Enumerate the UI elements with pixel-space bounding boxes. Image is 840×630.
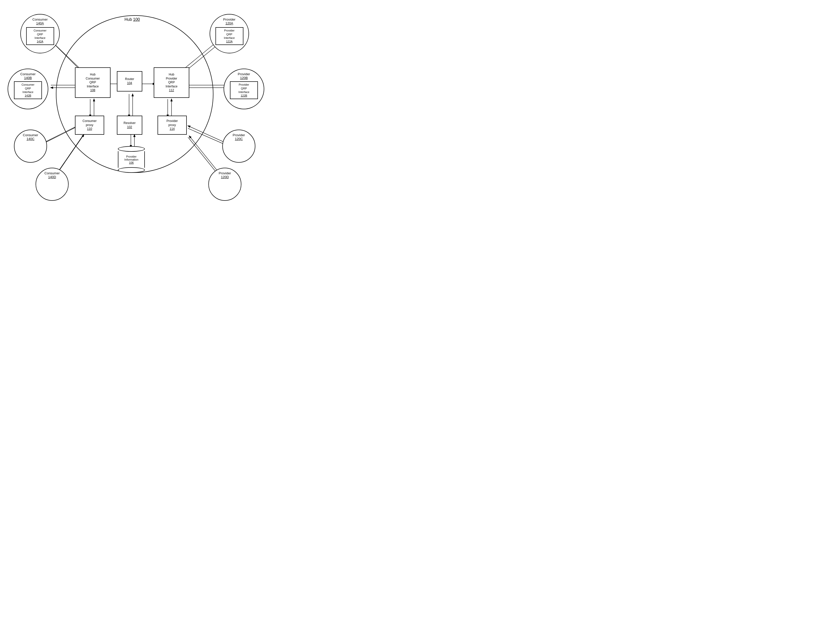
provider-120b-circle: Provider 120B Provider QRP Interface 122… <box>224 69 264 109</box>
router-box: Router 104 <box>117 71 142 92</box>
consumer-proxy-box: Consumer proxy 110 <box>75 115 104 135</box>
hub-label: Hub 100 <box>125 17 140 22</box>
hub-provider-qrp-box: Hub Provider QRP Interface 112 <box>154 67 189 98</box>
provider-info-cylinder: Provider Information 106 <box>117 146 145 173</box>
resolver-box: Resolver 102 <box>117 115 142 135</box>
hub-consumer-qrp-box: Hub Consumer QRP Interface 108 <box>75 67 111 98</box>
provider-120d-circle: Provider 120D <box>208 168 242 201</box>
provider-proxy-box: Provider proxy 114 <box>158 115 187 135</box>
provider-qrp-122a-box: Provider QRP Interface 122A <box>215 27 243 45</box>
provider-120c-circle: Provider 120C <box>222 129 255 163</box>
consumer-140b-circle: Consumer 140B Consumer QRP Interface 142… <box>8 69 48 109</box>
diagram: Hub 100 <box>0 0 279 210</box>
consumer-140d-circle: Consumer 140D <box>36 168 69 201</box>
provider-qrp-122b-box: Provider QRP Interface 122B <box>230 81 258 99</box>
consumer-140a-circle: Consumer 140A Consumer QRP Interface 142… <box>21 14 60 54</box>
consumer-qrp-142b-box: Consumer QRP Interface 142B <box>14 81 42 99</box>
provider-120a-circle: Provider 120A Provider QRP Interface 122… <box>210 14 249 54</box>
consumer-140c-circle: Consumer 140C <box>14 129 47 163</box>
consumer-qrp-142a-box: Consumer QRP Interface 142A <box>26 27 54 45</box>
